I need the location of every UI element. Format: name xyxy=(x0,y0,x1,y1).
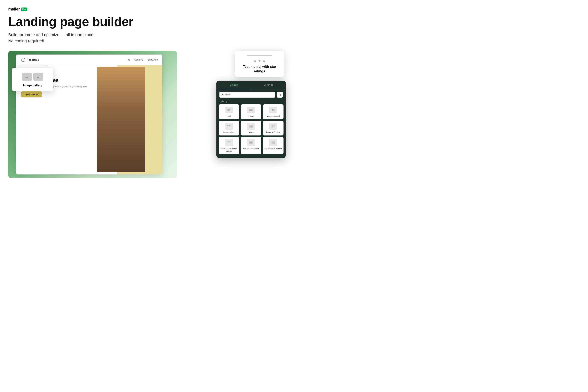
lp-logo: Tea Home xyxy=(20,57,39,62)
block-item-testimonial[interactable]: Testimonial with star ratings xyxy=(219,137,239,154)
block-label-image: Image xyxy=(242,115,260,117)
svg-rect-20 xyxy=(228,141,231,142)
svg-point-2 xyxy=(39,76,40,76)
tab-blocks[interactable]: Blocks xyxy=(216,81,251,89)
floating-card-gallery: Image gallery xyxy=(12,68,53,91)
testimonial-card-label: Testimonial with star ratings xyxy=(239,65,280,74)
two-col-icon xyxy=(269,139,277,146)
person-silhouette xyxy=(97,67,146,172)
hero-subtitle-line2: No coding required! xyxy=(8,38,44,43)
lp-logo-text: Tea Home xyxy=(27,58,39,61)
text-icon xyxy=(225,106,233,113)
image-icon xyxy=(247,106,255,113)
testimonial-icon xyxy=(225,139,233,146)
image-content-icon xyxy=(269,123,277,130)
sidebar-blocks-grid: Text Image xyxy=(216,104,286,154)
svg-rect-5 xyxy=(228,109,230,109)
section-label-content: CONTENT xyxy=(216,100,286,104)
svg-rect-16 xyxy=(272,125,273,128)
hero-subtitle: Build, promote and optimize — all in one… xyxy=(8,32,106,44)
svg-rect-18 xyxy=(274,126,275,126)
fc-stars-row: ★ ★ ★ xyxy=(239,59,280,63)
header: mailer lite xyxy=(8,7,286,12)
svg-rect-27 xyxy=(250,143,252,144)
block-label-one-col: 1 column of content xyxy=(242,148,260,150)
logo-badge: lite xyxy=(21,8,27,11)
svg-rect-17 xyxy=(274,126,275,126)
logo-text: mailer xyxy=(8,7,20,12)
mountain-icon xyxy=(25,74,29,79)
svg-line-4 xyxy=(280,95,281,96)
search-button[interactable] xyxy=(277,92,283,98)
gallery-img-placeholder-1 xyxy=(22,73,32,81)
video-icon xyxy=(247,123,255,130)
svg-point-3 xyxy=(279,94,280,96)
tab-settings[interactable]: Settings xyxy=(251,81,286,89)
svg-rect-28 xyxy=(272,141,273,144)
nav-link-contacts[interactable]: Contacts xyxy=(134,58,143,61)
sidebar-tabs: Blocks Settings xyxy=(216,81,286,90)
fc-image-icons xyxy=(16,73,50,81)
svg-point-9 xyxy=(250,109,250,110)
nav-link-subscribe[interactable]: Subscribe xyxy=(148,58,158,61)
carousel-icon xyxy=(269,106,277,113)
svg-rect-25 xyxy=(250,142,252,142)
block-item-image-content[interactable]: Image + Content xyxy=(263,121,284,136)
lp-cta-button[interactable]: Order from us xyxy=(21,92,42,98)
svg-point-11 xyxy=(272,110,273,110)
block-label-text: Text xyxy=(220,115,238,117)
nav-link-tea[interactable]: Tea xyxy=(126,58,130,61)
star-2: ★ xyxy=(258,59,261,63)
star-1: ★ xyxy=(253,59,257,63)
block-item-video[interactable]: Video xyxy=(241,121,262,136)
svg-rect-6 xyxy=(228,110,231,110)
lp-right-section xyxy=(95,65,162,174)
gallery-img-placeholder-2 xyxy=(33,73,43,81)
block-item-text[interactable]: Text xyxy=(219,104,239,119)
block-item-gallery[interactable]: Image gallery xyxy=(219,121,239,136)
page-wrapper: mailer lite Landing page builder Build, … xyxy=(0,0,294,196)
svg-rect-7 xyxy=(228,110,230,110)
gallery-icon xyxy=(225,123,233,130)
lp-person-photo xyxy=(97,67,146,172)
sidebar-filter: All blocks xyxy=(216,90,286,100)
svg-rect-26 xyxy=(250,142,252,143)
block-label-gallery: Image gallery xyxy=(220,131,238,134)
block-label-carousel: Image carousel xyxy=(264,115,282,117)
svg-rect-19 xyxy=(274,127,274,127)
block-label-two-col: 2 columns of content xyxy=(264,148,282,150)
lp-nav: Tea Home Tea Contacts Subscribe xyxy=(16,54,162,65)
star-3: ★ xyxy=(262,59,266,63)
page-title: Landing page builder xyxy=(8,15,286,28)
gallery-card-label: Image gallery xyxy=(16,84,50,87)
block-item-carousel[interactable]: Image carousel xyxy=(263,104,284,119)
mountain-icon-2 xyxy=(36,74,40,79)
main-content: Tea Home Tea Contacts Subscribe Send war… xyxy=(8,51,286,182)
block-item-image[interactable]: Image xyxy=(241,104,262,119)
floating-card-testimonial: ★ ★ ★ Testimonial with star ratings xyxy=(235,51,284,77)
search-icon xyxy=(278,93,281,96)
svg-rect-29 xyxy=(274,141,275,144)
blocks-filter-select[interactable]: All blocks xyxy=(220,92,275,98)
block-item-one-col[interactable]: 1 column of content xyxy=(241,137,262,154)
lp-nav-links: Tea Contacts Subscribe xyxy=(126,58,158,61)
svg-rect-23 xyxy=(228,143,230,143)
one-col-icon xyxy=(247,139,255,146)
block-label-testimonial: Testimonial with star ratings xyxy=(220,148,238,152)
sidebar-panel: Blocks Settings All blocks xyxy=(216,81,286,158)
block-label-video: Video xyxy=(242,131,260,134)
hero-subtitle-line1: Build, promote and optimize — all in one… xyxy=(8,32,94,37)
leaf-icon xyxy=(20,57,26,62)
svg-point-1 xyxy=(28,76,28,76)
block-item-two-col[interactable]: 2 columns of content xyxy=(263,137,284,154)
fc-title-line xyxy=(247,55,272,56)
block-label-image-content: Image + Content xyxy=(264,131,282,134)
